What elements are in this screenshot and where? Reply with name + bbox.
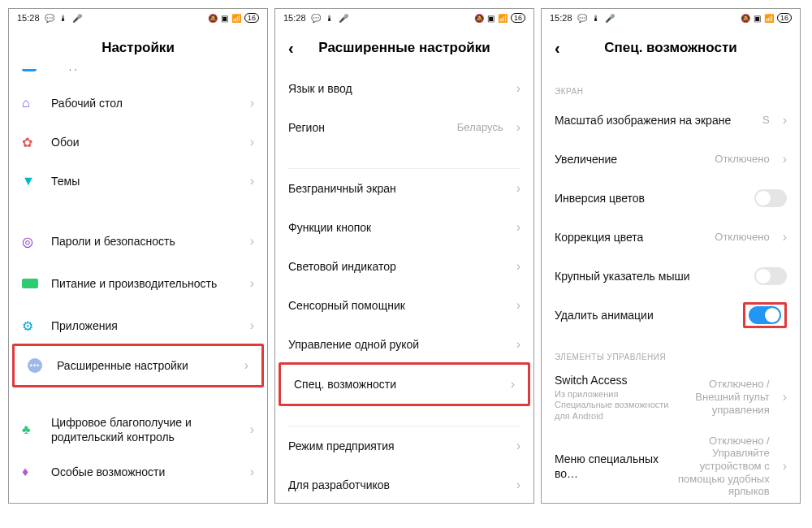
label: Приложения — [51, 318, 242, 333]
chevron-right-icon: › — [250, 135, 254, 149]
chat-icon: 💬 — [45, 14, 54, 23]
toggle-removeanim[interactable] — [749, 306, 781, 324]
title-advanced: ‹ Расширенные настройки — [275, 27, 533, 69]
row-developer[interactable]: Для разработчиков › — [275, 465, 533, 503]
row-region[interactable]: Регион Беларусь › — [275, 108, 533, 147]
sim-icon: ▣ — [487, 14, 495, 23]
row-themes[interactable]: ▼ Темы › — [9, 162, 267, 201]
chevron-right-icon: › — [511, 377, 515, 392]
row-accessibility[interactable]: Спец. возможности › — [281, 365, 528, 404]
value: Отключено / Внешний пульт управления — [672, 378, 770, 416]
label: Инверсия цветов — [555, 191, 754, 206]
row-wellbeing[interactable]: ♣ Цифровое благополучие и родительский к… — [9, 407, 267, 452]
chevron-right-icon: › — [783, 230, 787, 245]
chevron-right-icon: › — [516, 181, 520, 196]
toggle-bigcursor[interactable] — [754, 267, 787, 285]
row-language[interactable]: Язык и ввод › — [275, 69, 533, 108]
chevron-right-icon: › — [783, 152, 787, 167]
phone-advanced: 15:28 💬 🌡 🎤 🔕 ▣ 📶 16 ‹ Расширенные настр… — [274, 8, 534, 504]
label: Регион — [288, 120, 457, 135]
chevron-right-icon: › — [783, 390, 787, 405]
row-security[interactable]: ◎ Пароли и безопасность › — [9, 222, 267, 261]
chevron-right-icon: › — [516, 337, 520, 352]
phone-accessibility: 15:28 💬 🌡 🎤 🔕 ▣ 📶 16 ‹ Спец. возможности… — [541, 8, 801, 504]
status-bar: 15:28 💬 🌡 🎤 🔕 ▣ 📶 16 — [542, 9, 800, 27]
row-fullscreen[interactable]: Безграничный экран › — [275, 169, 533, 208]
label: Особые возможности — [51, 465, 242, 479]
brush-icon: ▼ — [22, 174, 35, 188]
row-removeanim[interactable]: Удалить анимации — [542, 296, 800, 335]
chevron-right-icon: › — [516, 220, 520, 235]
row-colorcorr[interactable]: Коррекция цвета Отключено › — [542, 218, 800, 257]
label: Крупный указатель мыши — [555, 269, 754, 283]
label: Уведомления — [51, 69, 123, 71]
gear-icon: ⚙ — [22, 318, 33, 334]
dnd-icon: 🔕 — [474, 14, 484, 23]
dnd-icon: 🔕 — [741, 14, 750, 23]
weather-icon: 🌡 — [326, 14, 334, 23]
weather-icon: 🌡 — [592, 14, 600, 23]
row-invert[interactable]: Инверсия цветов — [542, 179, 800, 218]
value: Отключено / Управляйте устройством с пом… — [672, 435, 770, 498]
label: Цифровое благополучие и родительский кон… — [51, 415, 242, 444]
label: Меню специальных во… — [555, 452, 672, 481]
row-battery[interactable]: Питание и производительность › — [9, 261, 267, 306]
label: Пароли и безопасность — [51, 234, 242, 249]
section-screen: ЭКРАН — [542, 69, 800, 101]
row-advanced[interactable]: ••• Расширенные настройки › — [15, 346, 261, 385]
chevron-right-icon: › — [783, 459, 787, 474]
row-led[interactable]: Световой индикатор › — [275, 247, 533, 286]
label: Сенсорный помощник — [288, 298, 508, 313]
title-accessibility: ‹ Спец. возможности — [542, 27, 800, 69]
weather-icon: 🌡 — [59, 14, 67, 23]
row-apps[interactable]: ⚙ Приложения › — [9, 306, 267, 345]
sublabel: Из приложения Специальные возможности дл… — [555, 389, 672, 422]
label: Функции кнопок — [288, 220, 508, 235]
chevron-right-icon: › — [516, 478, 520, 492]
row-switchaccess[interactable]: Switch Access Из приложения Специальные … — [542, 366, 800, 428]
label: Световой индикатор — [288, 259, 508, 274]
chevron-right-icon: › — [516, 439, 520, 453]
label: Управление одной рукой — [288, 337, 508, 352]
row-accmenu[interactable]: Меню специальных во… Отключено / Управля… — [542, 428, 800, 503]
battery-icon — [22, 279, 38, 288]
battery-icon: 16 — [244, 13, 259, 23]
row-scale[interactable]: Масштаб изображения на экране S › — [542, 101, 800, 140]
flower-icon: ✿ — [22, 135, 32, 150]
chevron-right-icon: › — [516, 298, 520, 313]
mic-icon: 🎤 — [339, 14, 348, 23]
clock: 15:28 — [283, 13, 306, 23]
label: Спец. возможности — [294, 377, 503, 392]
row-touch[interactable]: Сенсорный помощник › — [275, 286, 533, 325]
row-notifications[interactable]: Уведомления › — [9, 69, 267, 84]
section-controls: ЭЛЕМЕНТЫ УПРАВЛЕНИЯ — [542, 335, 800, 366]
chevron-right-icon: › — [250, 69, 254, 71]
row-buttons[interactable]: Функции кнопок › — [275, 208, 533, 247]
chevron-right-icon: › — [250, 318, 254, 333]
toggle-invert[interactable] — [754, 189, 787, 207]
row-onehand[interactable]: Управление одной рукой › — [275, 325, 533, 364]
label: Расширенные настройки — [57, 358, 236, 373]
status-bar: 15:28 💬 🌡 🎤 🔕 ▣ 📶 16 — [275, 9, 533, 27]
label: Обои — [51, 135, 242, 149]
back-button[interactable]: ‹ — [288, 39, 294, 58]
label: Удалить анимации — [555, 308, 743, 322]
row-enterprise[interactable]: Режим предприятия › — [275, 426, 533, 465]
annotation-highlight: ••• Расширенные настройки › — [12, 344, 264, 387]
label: Язык и ввод — [288, 81, 508, 96]
row-special[interactable]: ♦ Особые возможности › — [9, 452, 267, 491]
phone-settings: 15:28 💬 🌡 🎤 🔕 ▣ 📶 16 Настройки Уведомлен… — [8, 8, 268, 504]
row-bigcursor[interactable]: Крупный указатель мыши — [542, 257, 800, 296]
row-home[interactable]: ⌂ Рабочий стол › — [9, 84, 267, 123]
back-button[interactable]: ‹ — [555, 39, 560, 58]
clock: 15:28 — [17, 13, 40, 23]
row-zoom[interactable]: Увеличение Отключено › — [542, 140, 800, 179]
wifi-icon: 📶 — [231, 14, 241, 23]
battery-icon: 16 — [511, 13, 525, 23]
label: Коррекция цвета — [555, 230, 715, 245]
chevron-right-icon: › — [783, 113, 787, 128]
row-wallpaper[interactable]: ✿ Обои › — [9, 123, 267, 162]
value: S — [762, 114, 770, 127]
label: Для разработчиков — [288, 478, 508, 492]
dnd-icon: 🔕 — [208, 14, 218, 23]
